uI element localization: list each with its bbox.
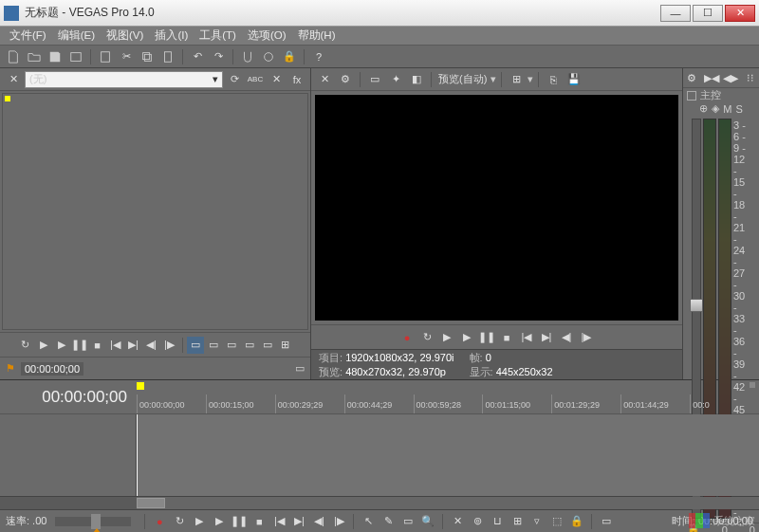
- layout-icon[interactable]: ▭: [598, 513, 615, 530]
- flag-icon[interactable]: ⚑: [6, 362, 15, 375]
- safe-icon[interactable]: ⊞: [277, 337, 294, 354]
- go-start-icon[interactable]: |◀: [517, 328, 536, 347]
- master-gear-icon[interactable]: ⚙: [683, 68, 701, 87]
- explorer-timecode[interactable]: 00:00:00;00: [21, 362, 83, 376]
- preview-close-icon[interactable]: ✕: [315, 70, 334, 89]
- timeline-ruler[interactable]: 00:00:00;0000:00:15;0000:00:29;2900:00:4…: [137, 380, 759, 413]
- snap-icon[interactable]: ⊔: [489, 513, 506, 530]
- envelope-tool-icon[interactable]: ✎: [380, 513, 397, 530]
- menu-file[interactable]: 文件(F): [4, 27, 52, 45]
- help-icon[interactable]: ?: [309, 47, 328, 66]
- preview-video[interactable]: [315, 95, 678, 321]
- explorer-fx-icon[interactable]: fx: [287, 70, 306, 89]
- render-icon[interactable]: [66, 47, 85, 66]
- prev-frame-icon[interactable]: ◀|: [310, 513, 327, 530]
- edit-tool-icon[interactable]: ↖: [360, 513, 377, 530]
- menu-insert[interactable]: 插入(I): [149, 27, 194, 45]
- preview-grid-icon[interactable]: ⊞: [507, 70, 526, 89]
- master-prev-icon[interactable]: ▶◀: [703, 68, 721, 87]
- marker-icon[interactable]: ▿: [528, 513, 546, 530]
- pause-icon[interactable]: ❚❚: [231, 513, 248, 530]
- end-marker-icon[interactable]: [750, 382, 755, 388]
- timeline-scrollbar[interactable]: [0, 496, 759, 509]
- explorer-dropdown[interactable]: (无) ▾: [25, 71, 223, 88]
- paste-icon[interactable]: [158, 47, 177, 66]
- save-icon[interactable]: [46, 47, 65, 66]
- play-icon[interactable]: ▶: [35, 337, 52, 354]
- menu-edit[interactable]: 编辑(E): [52, 27, 101, 45]
- menu-options[interactable]: 选项(O): [242, 27, 292, 45]
- loop-icon[interactable]: ↻: [17, 337, 34, 354]
- preview-save-icon[interactable]: 💾: [565, 70, 583, 89]
- stop-icon[interactable]: ■: [497, 328, 516, 347]
- menu-tools[interactable]: 工具(T): [194, 27, 242, 45]
- explorer-abc-icon[interactable]: ABC: [246, 70, 265, 89]
- pause-icon[interactable]: ❚❚: [71, 337, 88, 354]
- play-icon[interactable]: ▶: [191, 513, 208, 530]
- play-from-start-icon[interactable]: ▶: [53, 337, 70, 354]
- track-header-area[interactable]: [0, 414, 137, 496]
- go-start-icon[interactable]: |◀: [270, 513, 287, 530]
- chevron-down-icon[interactable]: ▾: [491, 73, 496, 85]
- crossfade-icon[interactable]: ✕: [449, 513, 466, 530]
- properties-icon[interactable]: [96, 47, 115, 66]
- master-mixer-icon[interactable]: ⁝⁝: [742, 68, 760, 87]
- scrollbar-thumb[interactable]: [137, 498, 165, 508]
- stop-icon[interactable]: ■: [250, 513, 268, 530]
- play-from-start-icon[interactable]: ▶: [457, 328, 476, 347]
- auto-ripple-icon[interactable]: [259, 47, 278, 66]
- playhead[interactable]: [137, 414, 138, 496]
- explorer-refresh-icon[interactable]: ⟳: [225, 70, 244, 89]
- next-frame-icon[interactable]: |▶: [577, 328, 596, 347]
- cursor-marker-icon[interactable]: [137, 382, 144, 390]
- loop-icon[interactable]: ↻: [171, 513, 188, 530]
- new-icon[interactable]: [4, 47, 23, 66]
- pause-icon[interactable]: ❚❚: [477, 328, 496, 347]
- external-icon[interactable]: ▭: [241, 337, 258, 354]
- go-end-icon[interactable]: ▶|: [537, 328, 556, 347]
- overlay-icon[interactable]: ▭: [259, 337, 276, 354]
- auto-ripple-icon[interactable]: ⊚: [469, 513, 486, 530]
- preview-gear-icon[interactable]: ⚙: [336, 70, 355, 89]
- prev-frame-icon[interactable]: ◀|: [557, 328, 576, 347]
- undo-icon[interactable]: ↶: [188, 47, 207, 66]
- record-icon[interactable]: ●: [151, 513, 168, 530]
- master-insert-icon[interactable]: ⊕: [699, 102, 708, 115]
- menu-help[interactable]: 帮助(H): [292, 27, 342, 45]
- preview-mode-label[interactable]: 预览(自动): [438, 72, 487, 86]
- snap-icon[interactable]: [238, 47, 257, 66]
- lock-icon[interactable]: 🔒: [568, 513, 585, 530]
- select-tool-icon[interactable]: ▭: [399, 513, 417, 530]
- maximize-button[interactable]: ☐: [693, 5, 723, 22]
- go-start-icon[interactable]: |◀: [107, 337, 124, 354]
- master-solo-button[interactable]: S: [735, 103, 742, 115]
- master-next-icon[interactable]: ◀▶: [722, 68, 740, 87]
- redo-icon[interactable]: ↷: [209, 47, 228, 66]
- preview-fx-icon[interactable]: ✦: [386, 70, 405, 89]
- thumbnail-icon[interactable]: ▭: [295, 362, 305, 375]
- rate-slider[interactable]: [55, 517, 131, 526]
- chevron-down-icon[interactable]: ▾: [528, 73, 533, 85]
- split-icon[interactable]: ▭: [205, 337, 222, 354]
- preview-copy-icon[interactable]: ⎘: [544, 70, 563, 89]
- region-icon[interactable]: ⬚: [548, 513, 565, 530]
- timeline-current-time[interactable]: 00:00:00;00: [0, 380, 137, 413]
- quantize-icon[interactable]: ⊞: [509, 513, 526, 530]
- master-mute-button[interactable]: M: [723, 103, 731, 115]
- explorer-delete-icon[interactable]: ✕: [267, 70, 286, 89]
- preview-ext-icon[interactable]: ▭: [365, 70, 384, 89]
- play-icon[interactable]: ▶: [437, 328, 456, 347]
- prev-frame-icon[interactable]: ◀|: [143, 337, 160, 354]
- go-end-icon[interactable]: ▶|: [125, 337, 142, 354]
- master-automation-icon[interactable]: ◈: [712, 102, 719, 115]
- play-start-icon[interactable]: ▶: [211, 513, 228, 530]
- explorer-area[interactable]: [2, 93, 308, 330]
- preview-split-icon[interactable]: ◧: [407, 70, 426, 89]
- minimize-button[interactable]: —: [660, 5, 691, 22]
- track-area[interactable]: [137, 414, 759, 496]
- next-frame-icon[interactable]: |▶: [161, 337, 178, 354]
- loop-icon[interactable]: ↻: [417, 328, 436, 347]
- lock-icon[interactable]: 🔒: [280, 47, 299, 66]
- explorer-close-icon[interactable]: ✕: [4, 70, 23, 89]
- copy-icon[interactable]: [138, 47, 157, 66]
